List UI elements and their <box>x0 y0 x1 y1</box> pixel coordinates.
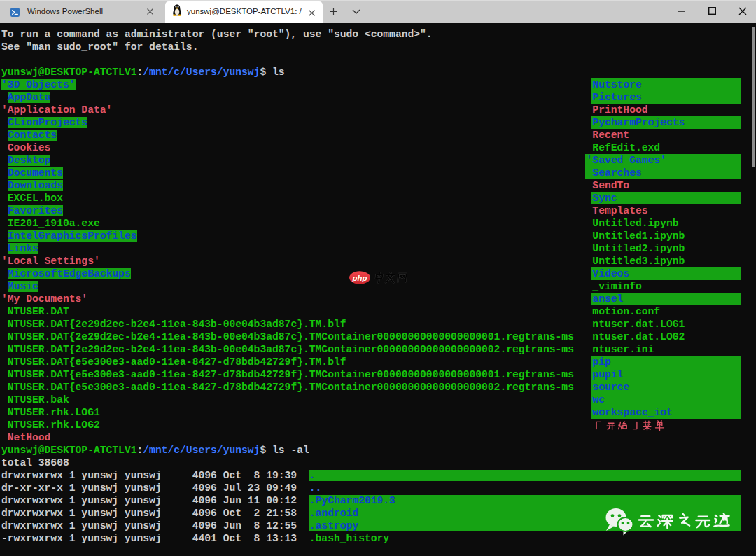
svg-text:php: php <box>351 274 367 282</box>
